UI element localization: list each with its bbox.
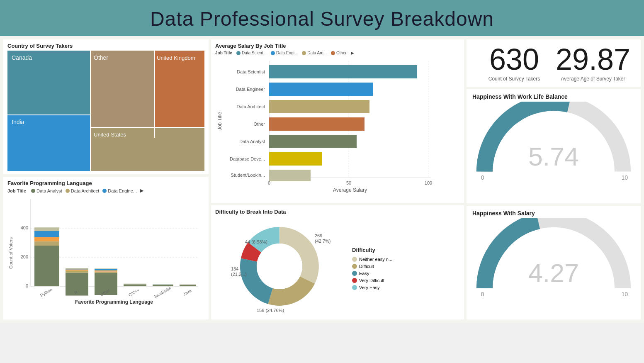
prog-lang-legend-label: Job Title — [7, 188, 26, 193]
svg-rect-29 — [66, 270, 88, 273]
svg-text:200: 200 — [21, 254, 28, 259]
svg-text:Count of Voters: Count of Voters — [8, 237, 13, 269]
legend-architect-s: Data Arc... — [302, 51, 327, 55]
diff-very-difficult: Very Difficult — [352, 278, 392, 283]
svg-rect-37 — [95, 268, 117, 269]
salary-legend-arrow[interactable]: ▶ — [351, 51, 354, 55]
difficulty-legend-title: Difficulty — [352, 247, 392, 253]
svg-rect-24 — [34, 241, 59, 246]
svg-text:5.74: 5.74 — [528, 142, 579, 171]
svg-rect-70 — [269, 65, 417, 78]
svg-text:Other: Other — [253, 122, 265, 127]
svg-text:0: 0 — [481, 175, 484, 181]
salary-legend: Job Title Data Scient... Data Engi... Da… — [215, 51, 460, 55]
legend-other-s: Other — [331, 51, 347, 55]
kpi-count-label: Count of Survey Takers — [475, 76, 554, 82]
salary-happiness-title: Happiness With Salary — [472, 210, 635, 217]
svg-text:Data Architect: Data Architect — [237, 104, 265, 109]
svg-rect-72 — [269, 83, 373, 96]
svg-rect-30 — [66, 269, 88, 270]
difficulty-panel: Difficulty to Break Into Data — [211, 205, 464, 319]
salary-happiness-gauge: 0 10 4.27 — [472, 218, 635, 301]
donut-chart: 269 (42.7%) 44 (6.98%) 134 (21.2...) 156… — [215, 217, 348, 316]
svg-text:United Kingdom: United Kingdom — [157, 55, 195, 61]
svg-text:Data Analyst: Data Analyst — [239, 139, 265, 144]
svg-rect-34 — [95, 272, 117, 273]
donut-inner: 269 (42.7%) 44 (6.98%) 134 (21.2...) 156… — [215, 217, 460, 316]
kpi-age: 29.87 Average Age of Survey Taker — [554, 44, 632, 82]
legend-analyst: Data Analyst — [31, 188, 62, 193]
svg-rect-27 — [34, 227, 59, 231]
treemap-title: Country of Survey Takers — [7, 43, 204, 49]
legend-engineer-s: Data Engi... — [271, 51, 298, 55]
svg-text:0: 0 — [26, 283, 28, 288]
svg-text:4.27: 4.27 — [528, 258, 579, 287]
diff-neither: Neither easy n... — [352, 257, 392, 262]
svg-rect-23 — [34, 246, 59, 286]
svg-rect-78 — [269, 135, 357, 148]
salary-happiness-panel: Happiness With Salary 0 10 4.27 — [467, 206, 641, 320]
svg-text:Data Engineer: Data Engineer — [236, 87, 265, 92]
svg-text:269: 269 — [315, 233, 322, 238]
svg-text:India: India — [12, 119, 24, 125]
svg-text:10: 10 — [622, 291, 628, 297]
svg-rect-39 — [124, 284, 146, 285]
middle-column: Average Salary By Job Title Job Title Da… — [209, 39, 467, 319]
difficulty-title: Difficulty to Break Into Data — [215, 209, 460, 215]
svg-rect-82 — [269, 170, 311, 181]
right-column: 630 Count of Survey Takers 29.87 Average… — [467, 39, 641, 319]
treemap-panel: Country of Survey Takers Canada Other Un… — [3, 39, 209, 174]
kpi-count: 630 Count of Survey Takers — [475, 44, 554, 82]
diff-difficult: Difficult — [352, 264, 392, 269]
salary-title: Average Salary By Job Title — [215, 43, 460, 49]
svg-text:0: 0 — [481, 291, 484, 297]
svg-text:Other: Other — [94, 54, 108, 61]
prog-lang-title: Favorite Programming Language — [7, 180, 204, 186]
svg-text:Average Salary: Average Salary — [333, 187, 367, 193]
svg-rect-2 — [90, 51, 155, 127]
svg-text:(42.7%): (42.7%) — [315, 239, 331, 244]
diff-very-easy: Very Easy — [352, 285, 392, 290]
svg-rect-48 — [180, 285, 196, 286]
svg-text:134: 134 — [231, 266, 238, 271]
kpi-age-label: Average Age of Survey Taker — [554, 76, 632, 82]
svg-rect-25 — [34, 237, 59, 241]
svg-text:100: 100 — [425, 180, 432, 185]
treemap-chart: Canada Other United Kingdom India United… — [7, 51, 204, 171]
svg-text:50: 50 — [346, 180, 351, 185]
kpi-row: 630 Count of Survey Takers 29.87 Average… — [467, 39, 641, 87]
svg-rect-43 — [153, 285, 173, 287]
svg-text:(21.2...): (21.2...) — [231, 272, 247, 277]
work-balance-panel: Happiness With Work Life Balance 0 10 5.… — [467, 89, 641, 203]
svg-text:C/C++: C/C++ — [128, 287, 141, 297]
diff-easy: Easy — [352, 271, 392, 276]
svg-rect-80 — [269, 152, 322, 166]
salary-chart: 0 50 100 Average Salary Job Title Data S… — [215, 57, 435, 198]
svg-text:156 (24.76%): 156 (24.76%) — [257, 308, 284, 313]
kpi-age-value: 29.87 — [554, 44, 632, 74]
svg-rect-38 — [124, 284, 146, 286]
prog-lang-legend: Job Title Data Analyst Data Architect Da… — [7, 188, 204, 193]
svg-rect-4 — [155, 51, 204, 138]
svg-text:Job Title: Job Title — [217, 112, 223, 130]
svg-rect-74 — [269, 100, 369, 113]
legend-architect: Data Architect — [66, 188, 99, 193]
left-column: Country of Survey Takers Canada Other Un… — [3, 39, 209, 319]
svg-rect-36 — [95, 269, 117, 270]
svg-rect-26 — [34, 231, 59, 237]
svg-point-84 — [257, 244, 302, 289]
work-balance-title: Happiness With Work Life Balance — [472, 93, 635, 100]
svg-text:United States: United States — [94, 132, 126, 138]
legend-arrow-icon[interactable]: ▶ — [140, 188, 143, 193]
salary-legend-label: Job Title — [215, 51, 232, 55]
prog-lang-chart: 0 200 400 Count of Voters — [7, 195, 204, 307]
svg-text:Java: Java — [182, 288, 192, 297]
svg-rect-31 — [66, 269, 88, 270]
svg-text:10: 10 — [622, 175, 628, 181]
kpi-count-value: 630 — [475, 44, 554, 74]
prog-lang-panel: Favorite Programming Language Job Title … — [3, 177, 209, 319]
legend-scientist: Data Scient... — [236, 51, 267, 55]
difficulty-legend: Difficulty Neither easy n... Difficult E… — [352, 247, 392, 290]
svg-text:Python: Python — [39, 287, 53, 297]
page-header: Data Professional Survey Breakdown — [0, 0, 644, 36]
